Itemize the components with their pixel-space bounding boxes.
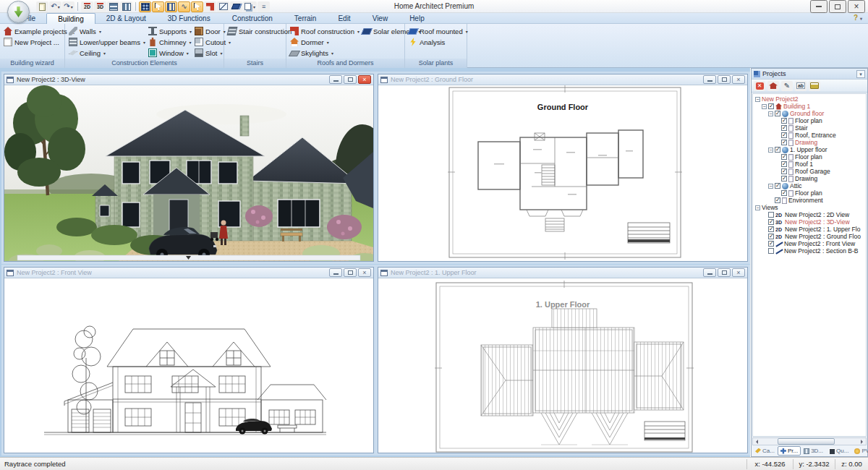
supports-button[interactable]: Supports▾ bbox=[148, 26, 192, 36]
tree-item-roof-1[interactable]: Roof 1 bbox=[754, 161, 866, 168]
projects-panel-header[interactable]: Projects ▾ bbox=[752, 69, 867, 80]
close-button[interactable]: × bbox=[732, 268, 745, 277]
tree-item-floor-plan[interactable]: Floor plan bbox=[754, 153, 866, 161]
new-document-button[interactable] bbox=[36, 1, 48, 12]
tab-construction[interactable]: Construction bbox=[221, 13, 284, 24]
tree-expander-icon[interactable]: − bbox=[768, 148, 773, 153]
close-button[interactable]: × bbox=[358, 268, 371, 277]
redo-button[interactable]: ↷▾ bbox=[62, 1, 75, 12]
tree-expander-icon[interactable]: − bbox=[755, 205, 760, 210]
tab-building[interactable]: Building bbox=[46, 13, 95, 24]
minimize-button[interactable] bbox=[329, 268, 342, 277]
tree-checkbox[interactable] bbox=[781, 118, 787, 124]
tree-item-new-project2[interactable]: −New Project2 bbox=[754, 95, 866, 103]
undo-button[interactable]: ↶▾ bbox=[49, 1, 61, 12]
window-minimize-button[interactable] bbox=[810, 0, 827, 13]
panel-horizontal-scrollbar[interactable] bbox=[752, 437, 867, 445]
window-3d-view-titlebar[interactable]: New Project2 : 3D-View × bbox=[4, 74, 373, 85]
tree-checkbox[interactable] bbox=[768, 241, 774, 247]
pointer-button[interactable] bbox=[191, 1, 203, 12]
tree-checkbox[interactable] bbox=[781, 176, 787, 181]
panel-tab-pr[interactable]: Pr... bbox=[778, 446, 801, 456]
maximize-button[interactable] bbox=[344, 268, 357, 277]
texture-grid-button[interactable] bbox=[139, 1, 151, 12]
help-button[interactable]: ? ▾ bbox=[854, 14, 862, 22]
tree-checkbox[interactable] bbox=[768, 103, 774, 109]
tile-horizontal-button[interactable] bbox=[107, 1, 119, 12]
tree-item-views[interactable]: −Views bbox=[754, 204, 866, 211]
window-ground-floor-titlebar[interactable]: New Project2 : Ground Floor × bbox=[378, 74, 747, 85]
panel-tab-qu[interactable]: Qu... bbox=[826, 446, 851, 456]
tree-expander-icon[interactable]: − bbox=[755, 97, 760, 102]
example-projects-button[interactable]: Example projects ... bbox=[4, 26, 75, 36]
upper-floor-plan-viewport[interactable]: 1. Upper Floor bbox=[378, 278, 747, 453]
tree-checkbox[interactable] bbox=[775, 197, 780, 203]
text-label-button[interactable]: ab bbox=[795, 81, 807, 91]
tree-checkbox[interactable] bbox=[775, 183, 780, 189]
tree-item-floor-plan[interactable]: Floor plan bbox=[754, 189, 866, 197]
minimize-button[interactable] bbox=[329, 75, 342, 84]
tree-checkbox[interactable] bbox=[768, 212, 774, 218]
front-elevation-viewport[interactable] bbox=[4, 278, 373, 453]
tree-checkbox[interactable] bbox=[781, 125, 787, 131]
tree-checkbox[interactable] bbox=[775, 147, 780, 153]
tree-checkbox[interactable] bbox=[781, 168, 787, 174]
render-3d-viewport[interactable] bbox=[4, 85, 373, 261]
tree-item-new-project2-1-upper-flo[interactable]: 2DNew Project2 : 1. Upper Flo bbox=[754, 226, 866, 233]
tree-item-attic[interactable]: −Attic bbox=[754, 182, 866, 189]
delete-button[interactable]: ✕ bbox=[754, 81, 765, 91]
maximize-button[interactable] bbox=[344, 75, 357, 84]
panel-pin-icon[interactable]: ▾ bbox=[856, 70, 865, 78]
tab-help[interactable]: Help bbox=[399, 13, 435, 24]
tree-item-ground-floor[interactable]: −Ground floor bbox=[754, 110, 866, 117]
window-maximize-button[interactable] bbox=[829, 0, 846, 13]
lower-upper-beams-button[interactable]: Lower/upper beams▾ bbox=[69, 37, 145, 47]
copy-button[interactable]: ▾ bbox=[243, 1, 257, 12]
ceiling-button[interactable]: Ceiling▾ bbox=[69, 48, 145, 58]
chimney-button[interactable]: Chimney▾ bbox=[148, 37, 192, 47]
application-menu-button[interactable] bbox=[7, 1, 30, 23]
skylights-button[interactable]: Skylights▾ bbox=[290, 48, 359, 58]
tree-item-new-project2-section-b-b[interactable]: New Project2 : Section B-B bbox=[754, 247, 866, 255]
tree-item-new-project2-ground-floo[interactable]: 2DNew Project2 : Ground Floo bbox=[754, 233, 866, 240]
scroll-right-icon[interactable] bbox=[859, 438, 866, 445]
spline-button[interactable]: ∿ bbox=[178, 1, 190, 12]
tab-edit[interactable]: Edit bbox=[327, 13, 361, 24]
tree-item-building-1[interactable]: −Building 1 bbox=[754, 103, 866, 110]
minimize-button[interactable] bbox=[703, 75, 716, 84]
tree-checkbox[interactable] bbox=[775, 111, 780, 116]
tab-terrain[interactable]: Terrain bbox=[284, 13, 328, 24]
dormer-button[interactable]: Dormer▾ bbox=[290, 37, 359, 47]
tree-item-new-project2-3d-view[interactable]: 3DNew Project2 : 3D-View bbox=[754, 218, 866, 226]
tree-item-stair[interactable]: Stair bbox=[754, 124, 866, 132]
tree-item-roof-entrance[interactable]: Roof, Entrance bbox=[754, 132, 866, 139]
select-cursor-button[interactable] bbox=[152, 1, 164, 12]
tree-checkbox[interactable] bbox=[768, 219, 774, 225]
tree-checkbox[interactable] bbox=[781, 140, 787, 145]
solar-panel-button[interactable] bbox=[230, 1, 242, 12]
window-button[interactable]: Window▾ bbox=[148, 48, 192, 58]
tree-item-floor-plan[interactable]: Floor plan bbox=[754, 117, 866, 124]
close-button[interactable]: × bbox=[358, 75, 371, 84]
tree-expander-icon[interactable]: − bbox=[762, 104, 767, 109]
tree-item-drawing[interactable]: Drawing bbox=[754, 139, 866, 146]
scroll-left-icon[interactable] bbox=[753, 438, 760, 445]
building-button[interactable] bbox=[767, 81, 779, 91]
customize-toolbar-button[interactable]: ≡ bbox=[258, 1, 270, 12]
roof-plan-button[interactable] bbox=[217, 1, 229, 12]
tree-checkbox[interactable] bbox=[781, 190, 787, 196]
window-upper-floor-titlebar[interactable]: New Project2 : 1. Upper Floor × bbox=[378, 268, 747, 278]
roof-construction-button[interactable]: Roof construction▾ bbox=[290, 26, 359, 36]
maximize-button[interactable] bbox=[718, 268, 731, 277]
tab-2d-layout[interactable]: 2D & Layout bbox=[95, 13, 157, 24]
panel-tab-ca[interactable]: Ca... bbox=[752, 446, 778, 456]
tree-item-new-project2-front-view[interactable]: New Project2 : Front View bbox=[754, 240, 866, 247]
roof-mounted-button[interactable]: Roof mounted▾ bbox=[409, 26, 468, 36]
window-close-button[interactable]: × bbox=[848, 0, 865, 13]
roof-construction-button[interactable] bbox=[204, 1, 216, 12]
tree-expander-icon[interactable]: − bbox=[768, 111, 773, 116]
tree-expander-icon[interactable]: − bbox=[768, 184, 773, 189]
tree-item-environment[interactable]: Environment bbox=[754, 197, 866, 204]
tab-3d-functions[interactable]: 3D Functions bbox=[157, 13, 221, 24]
tree-checkbox[interactable] bbox=[768, 234, 774, 239]
